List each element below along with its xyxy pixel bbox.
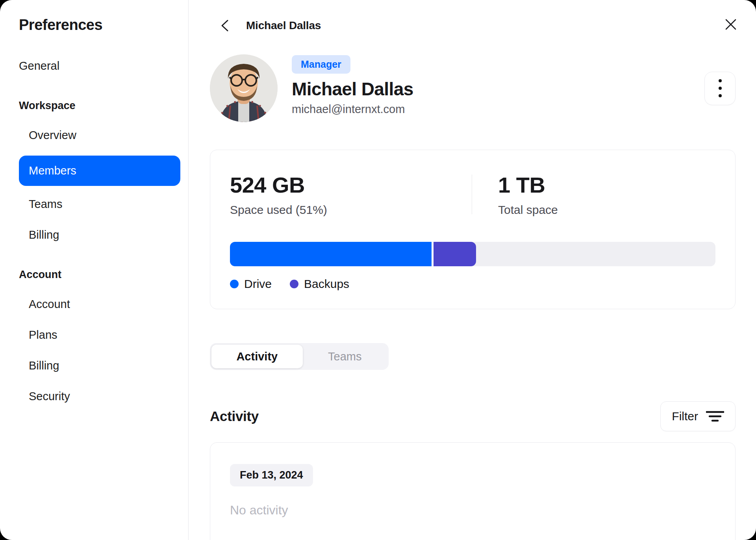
backups-legend-label: Backups — [304, 277, 349, 291]
activity-heading: Activity — [210, 408, 259, 424]
activity-date-badge: Feb 13, 2024 — [230, 464, 313, 486]
backups-usage-segment — [434, 242, 476, 266]
close-icon — [724, 18, 737, 31]
space-used-value: 524 GB — [230, 172, 472, 198]
total-space-stat: 1 TB Total space — [472, 172, 558, 217]
kebab-menu-icon — [719, 79, 722, 97]
sidebar-item-general[interactable]: General — [19, 58, 180, 74]
tab-teams[interactable]: Teams — [303, 345, 387, 368]
storage-usage-bar — [230, 242, 715, 266]
preferences-window: Preferences General Workspace Overview M… — [0, 0, 756, 540]
sidebar-section-workspace: Workspace — [19, 98, 180, 113]
sidebar-item-security[interactable]: Security — [19, 388, 180, 404]
sidebar: Preferences General Workspace Overview M… — [0, 0, 189, 540]
member-name: Michael Dallas — [292, 78, 413, 100]
no-activity-text: No activity — [230, 503, 715, 518]
filter-lines-icon — [706, 410, 724, 422]
total-space-value: 1 TB — [498, 172, 558, 198]
drive-usage-segment — [230, 242, 432, 266]
total-space-label: Total space — [498, 203, 558, 217]
backups-legend-dot — [290, 280, 298, 288]
detail-tabs: Activity Teams — [210, 343, 389, 370]
space-used-label: Space used (51%) — [230, 203, 472, 217]
drive-legend-label: Drive — [244, 277, 272, 291]
drive-legend-dot — [230, 280, 239, 288]
filter-button-label: Filter — [672, 410, 698, 423]
avatar — [210, 54, 278, 122]
usage-legend: Drive Backups — [230, 277, 715, 291]
sidebar-title: Preferences — [19, 17, 180, 33]
space-used-stat: 524 GB Space used (51%) — [230, 172, 472, 217]
sidebar-item-members[interactable]: Members — [19, 156, 180, 186]
close-button[interactable] — [723, 17, 739, 32]
activity-header: Activity Filter — [210, 401, 736, 431]
filter-button[interactable]: Filter — [660, 401, 736, 431]
member-options-button[interactable] — [704, 72, 736, 105]
profile-info: Manager Michael Dallas michael@internxt.… — [292, 54, 413, 116]
member-profile: Manager Michael Dallas michael@internxt.… — [210, 54, 736, 122]
storage-stats: 524 GB Space used (51%) 1 TB Total space — [230, 172, 715, 217]
topbar: Michael Dallas — [210, 0, 736, 38]
role-badge: Manager — [292, 55, 350, 74]
legend-item-drive: Drive — [230, 277, 272, 291]
legend-item-backups: Backups — [290, 277, 349, 291]
storage-card: 524 GB Space used (51%) 1 TB Total space… — [210, 150, 736, 309]
chevron-left-icon — [219, 19, 231, 32]
sidebar-item-teams[interactable]: Teams — [19, 196, 180, 212]
sidebar-nav: General Workspace Overview Members Teams… — [19, 58, 180, 404]
sidebar-item-account[interactable]: Account — [19, 296, 180, 312]
sidebar-section-account: Account — [19, 267, 180, 282]
tab-activity[interactable]: Activity — [211, 345, 303, 368]
sidebar-item-overview[interactable]: Overview — [19, 127, 180, 143]
back-button[interactable] — [217, 18, 233, 33]
activity-card: Feb 13, 2024 No activity — [210, 442, 736, 540]
member-detail-panel: Michael Dallas — [189, 0, 756, 540]
sidebar-item-plans[interactable]: Plans — [19, 327, 180, 343]
segment-gap — [432, 242, 434, 266]
sidebar-item-billing-account[interactable]: Billing — [19, 358, 180, 373]
member-email: michael@internxt.com — [292, 103, 413, 116]
sidebar-item-billing-workspace[interactable]: Billing — [19, 227, 180, 243]
page-title: Michael Dallas — [246, 19, 321, 32]
